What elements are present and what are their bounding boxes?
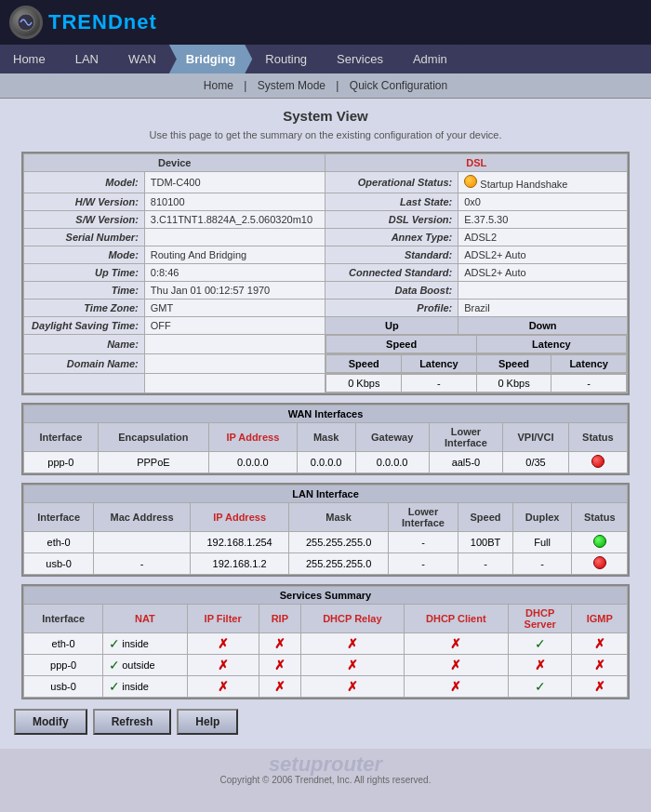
sw-label: S/W Version: [24, 211, 145, 229]
svc-igmp-0: ✗ [572, 633, 628, 655]
nav-admin[interactable]: Admin [396, 45, 464, 73]
domain-label: Domain Name: [24, 354, 145, 374]
lan-row-0: eth-0 192.168.1.254 255.255.255.0 - 100B… [24, 532, 628, 553]
wan-col-lower: LowerInterface [429, 423, 503, 452]
services-section-header: Services Summary [24, 587, 628, 605]
lan-col-status: Status [572, 503, 628, 532]
svc-col-dhcpclient: DHCP Client [404, 605, 508, 633]
time-label: Time: [24, 282, 145, 300]
lan-lower-1: - [388, 553, 458, 575]
svc-dhcpserver-1: ✗ [508, 655, 571, 676]
wan-vpi-0: 0/35 [503, 452, 569, 473]
wan-ip-0: 0.0.0.0 [209, 452, 298, 473]
device-dsl-section: Device DSL Model: TDM-C400 Operational S… [21, 152, 630, 395]
uptime-value: 0:8:46 [144, 264, 326, 282]
svc-dhcpclient-0: ✗ [404, 633, 508, 655]
down-speed-val: 0 Kbps [476, 375, 551, 393]
empty-value [144, 374, 326, 393]
wan-col-encap: Encapsulation [98, 423, 208, 452]
wan-mask-0: 0.0.0.0 [297, 452, 355, 473]
wan-lower-0: aal5-0 [429, 452, 503, 473]
wan-status-dot-red [591, 455, 604, 468]
svc-col-interface: Interface [24, 605, 103, 633]
footer-copyright: Copyright © 2006 Trendnet, Inc. All righ… [0, 775, 651, 785]
nav-bridging[interactable]: Bridging [169, 45, 252, 73]
empty-label [24, 374, 145, 393]
up-header: Up [326, 317, 458, 335]
svc-igmp-2: ✗ [572, 676, 628, 698]
svc-col-igmp: IGMP [572, 605, 628, 633]
hw-label: H/W Version: [24, 193, 145, 211]
wan-col-vpi: VPI/VCI [503, 423, 569, 452]
svc-row-0: eth-0 ✓ inside ✗ ✗ ✗ ✗ ✓ ✗ [24, 633, 628, 655]
uptime-label: Up Time: [24, 264, 145, 282]
lan-mask-0: 255.255.255.0 [289, 532, 389, 553]
wan-col-gateway: Gateway [355, 423, 429, 452]
action-buttons: Modify Refresh Help [14, 709, 637, 735]
svc-interface-1: ppp-0 [24, 655, 103, 676]
op-status-value: Startup Handshake [458, 172, 628, 193]
svc-interface-2: usb-0 [24, 676, 103, 698]
dsl-version-label: DSL Version: [326, 211, 458, 229]
svc-row-2: usb-0 ✓ inside ✗ ✗ ✗ ✗ ✓ ✗ [24, 676, 628, 698]
lan-mac-1: - [94, 553, 191, 575]
annex-value: ADSL2 [458, 229, 628, 246]
timezone-value: GMT [144, 300, 326, 317]
standard-value: ADSL2+ Auto [458, 246, 628, 264]
help-button[interactable]: Help [177, 709, 238, 735]
speed-col-head: Speed [326, 336, 476, 353]
lan-status-1 [572, 553, 628, 575]
mode-value: Routing And Bridging [144, 246, 326, 264]
nav-wan[interactable]: WAN [112, 45, 173, 73]
data-boost-value [458, 282, 628, 300]
wan-status-0 [568, 452, 627, 473]
nav-services[interactable]: Services [320, 45, 400, 73]
lan-section-header: LAN Interface [24, 486, 628, 503]
serial-value [144, 229, 326, 246]
annex-label: Annex Type: [326, 229, 458, 246]
nav-bar: Home LAN WAN Bridging Routing Services A… [0, 45, 651, 73]
svc-col-rip: RIP [259, 605, 300, 633]
dst-value: OFF [144, 317, 326, 335]
lan-col-speed: Speed [458, 503, 513, 532]
lan-interface-1: usb-0 [24, 553, 94, 575]
nav-lan[interactable]: LAN [59, 45, 115, 73]
nav-routing[interactable]: Routing [248, 45, 324, 73]
name-value [144, 335, 326, 354]
wan-section-header: WAN Interfaces [24, 406, 628, 423]
dst-label: Daylight Saving Time: [24, 317, 145, 335]
breadcrumb-home[interactable]: Home [204, 79, 233, 92]
services-section: Services Summary Interface NAT IP Filter… [21, 584, 630, 699]
svc-dhcpclient-2: ✗ [404, 676, 508, 698]
lan-duplex-1: - [512, 553, 572, 575]
lan-status-dot-green [593, 535, 606, 548]
svc-col-ipfilter: IP Filter [187, 605, 259, 633]
status-dot-orange [464, 175, 477, 188]
svc-rip-1: ✗ [259, 655, 300, 676]
down-speed-col: Speed [476, 355, 551, 373]
svc-col-nat: NAT [103, 605, 187, 633]
svc-ipfilter-1: ✗ [187, 655, 259, 676]
profile-value: Brazil [458, 300, 628, 317]
up-speed-val: 0 Kbps [326, 375, 402, 393]
modify-button[interactable]: Modify [14, 709, 87, 735]
lan-mask-1: 255.255.255.0 [289, 553, 389, 575]
breadcrumb-system-mode[interactable]: System Mode [258, 79, 326, 92]
speed-sub-col: Speed [326, 355, 402, 373]
svc-col-dhcprelay: DHCP Relay [301, 605, 405, 633]
svc-row-1: ppp-0 ✓ outside ✗ ✗ ✗ ✗ ✗ ✗ [24, 655, 628, 676]
nav-home[interactable]: Home [0, 45, 62, 73]
svc-nat-0: ✓ inside [103, 633, 187, 655]
dsl-version-value: E.37.5.30 [458, 211, 628, 229]
lan-status-0 [572, 532, 628, 553]
breadcrumb-quick-config[interactable]: Quick Configuration [350, 79, 447, 92]
dsl-section-header: DSL [326, 154, 628, 172]
wan-section: WAN Interfaces Interface Encapsulation I… [21, 403, 630, 475]
down-latency-val: - [551, 375, 627, 393]
profile-label: Profile: [326, 300, 458, 317]
model-label: Model: [24, 172, 145, 193]
refresh-button[interactable]: Refresh [93, 709, 172, 735]
timezone-label: Time Zone: [24, 300, 145, 317]
main-content: System View Use this page to get the sum… [0, 99, 651, 749]
sw-value: 3.C11TNT1.8824A_2.5.060320m10 [144, 211, 326, 229]
